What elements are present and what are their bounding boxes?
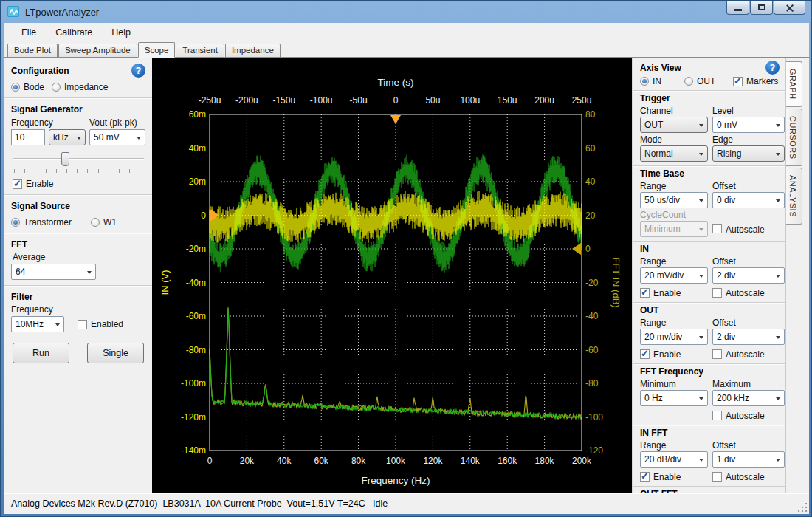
- chevron-down-icon: [699, 124, 703, 127]
- axis-tick-label: 80: [585, 109, 596, 120]
- out-range-select[interactable]: 20 mv/div: [640, 329, 708, 345]
- in-range-select[interactable]: 20 mV/div: [640, 267, 708, 284]
- impedance-radio[interactable]: Impedance: [52, 82, 108, 92]
- time-base-offset-value: 0 div: [717, 195, 735, 205]
- title-bar[interactable]: LTpowerAnalyzer: [1, 1, 811, 23]
- fft-offset-marker[interactable]: [572, 243, 581, 255]
- in-fft-range-value: 20 dB/div: [644, 454, 681, 465]
- axis-tick-label: -80: [585, 378, 599, 388]
- frequency-slider[interactable]: [13, 151, 144, 169]
- separator: [4, 233, 152, 234]
- side-tab-analysis[interactable]: ANALYSIS: [786, 168, 802, 225]
- filter-enabled-checkbox[interactable]: Enabled: [78, 319, 123, 329]
- axis-in-radio[interactable]: IN: [640, 76, 678, 86]
- tab-sweep-amplitude[interactable]: Sweep Amplitude: [58, 44, 137, 57]
- checkbox-icon: [712, 288, 722, 298]
- axis-tick-label: -150u: [272, 95, 295, 106]
- resize-grip[interactable]: [798, 503, 808, 513]
- axis-tick-label: 0: [207, 456, 213, 466]
- minimize-button[interactable]: [726, 1, 749, 15]
- out-enable-checkbox[interactable]: Enable: [640, 348, 708, 360]
- run-button[interactable]: Run: [13, 343, 69, 363]
- filter-enabled-label: Enabled: [91, 319, 123, 329]
- side-tab-cursors[interactable]: CURSORS: [786, 109, 802, 167]
- scope-plot-svg[interactable]: Time (s)-250u-200u-150u-100u-50u050u100u…: [152, 58, 632, 493]
- filter-frequency-select[interactable]: 10MHz: [11, 316, 64, 332]
- axis-tick-label: -100: [585, 412, 603, 422]
- axis-tick-label: 80k: [351, 456, 366, 466]
- tab-impedance[interactable]: Impedance: [225, 44, 281, 57]
- in-fft-enable-checkbox[interactable]: Enable: [640, 470, 708, 482]
- w1-radio[interactable]: W1: [91, 217, 117, 227]
- time-base-autoscale-checkbox[interactable]: Autoscale: [712, 223, 785, 235]
- help-icon[interactable]: [131, 64, 145, 78]
- trigger-mode-label: Mode: [640, 134, 708, 145]
- fft-maximum-select[interactable]: 200 kHz: [712, 390, 785, 406]
- out-offset-select[interactable]: 2 div: [712, 329, 785, 345]
- trigger-mode-select[interactable]: Normal: [640, 145, 708, 162]
- trigger-time-marker[interactable]: [390, 115, 401, 124]
- out-autoscale-checkbox[interactable]: Autoscale: [712, 348, 785, 360]
- checkbox-icon: [640, 472, 650, 482]
- in-fft-enable-label: Enable: [653, 472, 681, 482]
- in-enable-label: Enable: [653, 288, 681, 298]
- maximize-button[interactable]: [750, 1, 773, 15]
- chevron-down-icon: [776, 199, 780, 202]
- cyclecount-select: Minimum: [640, 221, 708, 237]
- in-autoscale-checkbox[interactable]: Autoscale: [712, 287, 785, 298]
- help-icon[interactable]: [765, 61, 780, 75]
- frequency-input[interactable]: [11, 129, 45, 145]
- average-select[interactable]: 64: [11, 264, 96, 280]
- menu-calibrate[interactable]: Calibrate: [46, 24, 102, 41]
- in-offset-label: Offset: [712, 256, 785, 267]
- in-fft-offset-select[interactable]: 1 div: [712, 451, 785, 468]
- average-label: Average: [13, 252, 145, 262]
- trigger-edge-select[interactable]: Rising: [712, 145, 785, 162]
- close-button[interactable]: [774, 1, 805, 15]
- tab-transient[interactable]: Transient: [176, 44, 224, 57]
- out-enable-label: Enable: [653, 349, 681, 360]
- frequency-unit-select[interactable]: kHz: [49, 129, 86, 145]
- in-enable-checkbox[interactable]: Enable: [640, 287, 708, 298]
- axis-tick-label: 140k: [461, 456, 481, 466]
- menu-help[interactable]: Help: [102, 24, 140, 41]
- transformer-radio[interactable]: Transformer: [11, 217, 72, 227]
- slider-thumb[interactable]: [61, 152, 69, 166]
- menu-file[interactable]: File: [12, 24, 46, 41]
- generator-enable-checkbox[interactable]: Enable: [13, 179, 145, 189]
- axis-tick-label: -120m: [181, 412, 206, 422]
- time-base-range-select[interactable]: 50 us/div: [640, 192, 708, 208]
- chevron-down-icon: [699, 275, 703, 278]
- trigger-title: Trigger: [640, 93, 780, 103]
- trigger-edge-value: Rising: [717, 148, 741, 159]
- side-tab-graph[interactable]: GRAPH: [786, 61, 802, 107]
- top-axis-title: Time (s): [378, 77, 414, 88]
- fft-frequency-autoscale-checkbox[interactable]: Autoscale: [712, 409, 785, 421]
- fft-minimum-select[interactable]: 0 Hz: [640, 390, 708, 406]
- markers-checkbox[interactable]: Markers: [733, 76, 778, 86]
- tab-bode-plot[interactable]: Bode Plot: [7, 44, 58, 57]
- chevron-down-icon: [137, 137, 141, 140]
- bode-radio[interactable]: Bode: [11, 82, 44, 92]
- in-fft-range-select[interactable]: 20 dB/div: [640, 451, 708, 468]
- scope-plot[interactable]: Time (s)-250u-200u-150u-100u-50u050u100u…: [152, 58, 632, 493]
- axis-tick-label: -60m: [186, 311, 206, 321]
- axis-tick-label: 200k: [572, 456, 592, 466]
- single-button[interactable]: Single: [87, 343, 144, 363]
- tab-scope[interactable]: Scope: [138, 42, 176, 58]
- filter-frequency-value: 10MHz: [16, 319, 44, 329]
- vout-select[interactable]: 50 mV: [89, 129, 145, 145]
- trigger-level-select[interactable]: 0 mV: [712, 117, 785, 133]
- bottom-axis-title: Frequency (Hz): [361, 475, 430, 486]
- signal-generator-title: Signal Generator: [11, 104, 145, 114]
- checkbox-icon: [640, 288, 650, 298]
- in-fft-autoscale-checkbox[interactable]: Autoscale: [712, 470, 785, 482]
- axis-out-radio[interactable]: OUT: [684, 76, 727, 86]
- axis-tick-label: -100m: [181, 378, 206, 388]
- checkbox-icon: [712, 472, 722, 482]
- status-text: Analog Devices M2k Rev.D (Z7010) LB3031A…: [11, 499, 388, 509]
- trigger-channel-select[interactable]: OUT: [640, 117, 708, 133]
- time-base-offset-select[interactable]: 0 div: [712, 192, 785, 208]
- in-offset-select[interactable]: 2 div: [712, 267, 785, 284]
- chevron-down-icon: [776, 275, 780, 278]
